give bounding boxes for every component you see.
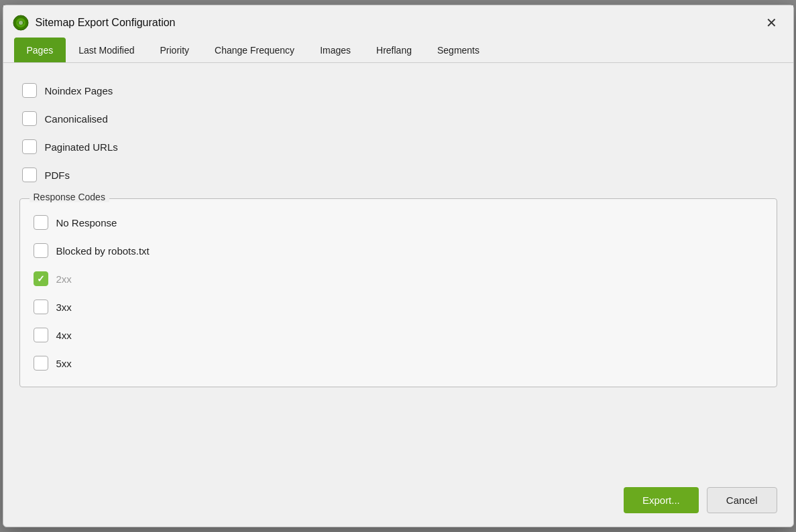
checkbox-pdfs[interactable] (22, 168, 37, 182)
checkbox-row-no-response: No Response (31, 208, 766, 237)
title-bar-left: Sitemap Export Configuration (13, 15, 176, 31)
footer: Export... Cancel (3, 476, 793, 527)
label-4xx[interactable]: 4xx (56, 330, 72, 341)
label-noindex[interactable]: Noindex Pages (45, 85, 113, 96)
cancel-button[interactable]: Cancel (707, 487, 777, 513)
tab-images[interactable]: Images (307, 38, 363, 62)
app-icon (13, 15, 29, 31)
label-2xx[interactable]: 2xx (56, 273, 72, 285)
tab-hreflang[interactable]: Hreflang (363, 38, 424, 62)
label-canonicalised[interactable]: Canonicalised (45, 113, 108, 125)
checkbox-row-canonicalised: Canonicalised (19, 105, 777, 133)
checkbox-canonicalised[interactable] (22, 111, 37, 126)
label-5xx[interactable]: 5xx (56, 358, 72, 369)
export-button[interactable]: Export... (624, 487, 699, 513)
label-pdfs[interactable]: PDFs (45, 170, 70, 181)
tab-priority[interactable]: Priority (147, 38, 202, 62)
tab-change-frequency[interactable]: Change Frequency (202, 38, 307, 62)
checkbox-row-2xx: 2xx (31, 265, 766, 293)
checkbox-row-4xx: 4xx (31, 321, 766, 349)
checkbox-row-paginated: Paginated URLs (19, 133, 777, 161)
content-area: Noindex Pages Canonicalised Paginated UR… (3, 63, 793, 476)
svg-point-2 (19, 21, 23, 25)
checkbox-blocked[interactable] (34, 243, 48, 258)
tab-segments[interactable]: Segments (424, 38, 492, 62)
checkbox-row-3xx: 3xx (31, 293, 766, 321)
dialog: Sitemap Export Configuration ✕ Pages Las… (3, 5, 794, 527)
close-button[interactable]: ✕ (762, 15, 781, 31)
checkbox-2xx[interactable] (34, 271, 48, 286)
checkbox-no-response[interactable] (34, 215, 48, 230)
checkbox-paginated[interactable] (22, 139, 37, 154)
checkbox-4xx[interactable] (34, 328, 48, 342)
dialog-title: Sitemap Export Configuration (36, 17, 176, 29)
label-paginated[interactable]: Paginated URLs (45, 141, 118, 153)
response-codes-legend: Response Codes (30, 192, 109, 202)
tab-pages[interactable]: Pages (14, 38, 66, 62)
checkbox-row-pdfs: PDFs (19, 161, 777, 189)
checkbox-3xx[interactable] (34, 300, 48, 314)
checkbox-row-blocked: Blocked by robots.txt (31, 237, 766, 265)
checkbox-noindex[interactable] (22, 83, 37, 98)
tabs-bar: Pages Last Modified Priority Change Freq… (3, 38, 793, 63)
response-codes-group: Response Codes No Response Blocked by ro… (19, 198, 777, 387)
label-3xx[interactable]: 3xx (56, 302, 72, 313)
label-no-response[interactable]: No Response (56, 217, 117, 228)
checkbox-row-5xx: 5xx (31, 349, 766, 377)
tab-last-modified[interactable]: Last Modified (66, 38, 147, 62)
label-blocked[interactable]: Blocked by robots.txt (56, 245, 150, 257)
checkbox-5xx[interactable] (34, 356, 48, 371)
checkbox-row-noindex: Noindex Pages (19, 76, 777, 105)
title-bar: Sitemap Export Configuration ✕ (3, 5, 793, 38)
